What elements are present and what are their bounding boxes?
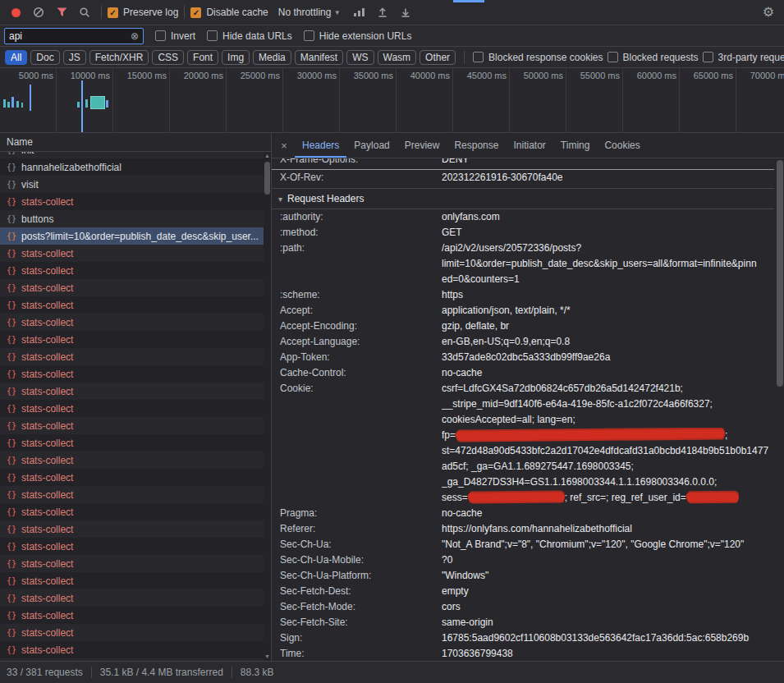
- third-party-requests-checkbox[interactable]: 3rd-party requests: [703, 52, 784, 63]
- request-name: stats-collect: [21, 524, 73, 535]
- request-row[interactable]: {}stats-collect: [0, 469, 271, 486]
- request-row[interactable]: {}posts?limit=10&order=publish_date_desc…: [0, 227, 271, 245]
- filter-button[interactable]: [51, 2, 72, 22]
- request-row[interactable]: {}stats-collect: [0, 434, 271, 452]
- request-name: stats-collect: [21, 265, 73, 277]
- type-chip-manifest[interactable]: Manifest: [295, 50, 343, 65]
- scroll-down-icon[interactable]: ▼: [264, 653, 270, 661]
- request-row[interactable]: {}buttons: [0, 210, 271, 227]
- tab-initiator[interactable]: Initiator: [506, 134, 552, 158]
- clear-filter-icon[interactable]: ⊗: [131, 31, 139, 41]
- details-scrollbar[interactable]: [776, 158, 784, 661]
- header-name: Sec-Fetch-Mode:: [280, 599, 442, 615]
- blocked-response-cookies-checkbox[interactable]: Blocked response cookies: [473, 52, 603, 63]
- request-row[interactable]: {}hannahelizabethofficial: [0, 158, 271, 176]
- request-rows: {}init{}hannahelizabethofficial{}visit{}…: [0, 152, 271, 661]
- request-row[interactable]: {}stats-collect: [0, 658, 271, 661]
- hide-data-urls-checkbox[interactable]: Hide data URLs: [207, 30, 292, 42]
- request-row[interactable]: {}stats-collect: [0, 348, 271, 365]
- type-chip-media[interactable]: Media: [253, 50, 291, 65]
- search-button[interactable]: [74, 2, 95, 22]
- header-name: :method:: [280, 225, 442, 241]
- request-row[interactable]: {}stats-collect: [0, 314, 271, 331]
- close-details-icon[interactable]: ×: [273, 140, 295, 152]
- request-row[interactable]: {}stats-collect: [0, 417, 271, 434]
- braces-icon: {}: [7, 525, 16, 534]
- request-row[interactable]: {}stats-collect: [0, 503, 271, 520]
- type-chip-doc[interactable]: Doc: [30, 50, 59, 65]
- redaction-scribble: [686, 493, 739, 502]
- request-row[interactable]: {}stats-collect: [0, 296, 271, 314]
- type-chip-all[interactable]: All: [5, 50, 27, 65]
- type-chip-wasm[interactable]: Wasm: [378, 50, 417, 65]
- scrollbar-thumb[interactable]: [264, 162, 270, 195]
- request-row[interactable]: {}stats-collect: [0, 555, 271, 572]
- separator: [101, 6, 102, 19]
- request-row[interactable]: {}stats-collect: [0, 193, 271, 210]
- request-row[interactable]: {}stats-collect: [0, 279, 271, 296]
- type-chip-ws[interactable]: WS: [346, 50, 374, 65]
- request-row[interactable]: {}stats-collect: [0, 520, 271, 538]
- type-chip-img[interactable]: Img: [222, 50, 250, 65]
- type-chip-js[interactable]: JS: [63, 50, 86, 65]
- request-row[interactable]: {}stats-collect: [0, 262, 271, 279]
- clear-button[interactable]: [28, 2, 49, 22]
- hide-extension-urls-checkbox[interactable]: Hide extension URLs: [304, 30, 412, 42]
- export-har-button[interactable]: [395, 2, 416, 22]
- tab-payload[interactable]: Payload: [346, 134, 397, 158]
- record-button[interactable]: [5, 2, 26, 22]
- record-icon: [11, 8, 21, 17]
- request-row[interactable]: {}stats-collect: [0, 383, 271, 400]
- tab-timing[interactable]: Timing: [553, 134, 598, 158]
- throttling-select[interactable]: No throttling ▾: [278, 7, 339, 18]
- settings-button[interactable]: ⚙: [758, 2, 779, 22]
- filter-input[interactable]: api ⊗: [4, 28, 144, 44]
- network-conditions-button[interactable]: [349, 2, 370, 22]
- request-row[interactable]: {}stats-collect: [0, 607, 271, 624]
- request-row[interactable]: {}stats-collect: [0, 365, 271, 383]
- request-row[interactable]: {}stats-collect: [0, 331, 271, 348]
- type-filter-bar: AllDocJSFetch/XHRCSSFontImgMediaManifest…: [0, 47, 784, 68]
- request-row[interactable]: {}stats-collect: [0, 538, 271, 555]
- gear-icon: ⚙: [763, 6, 774, 19]
- name-column-header[interactable]: Name: [0, 133, 271, 152]
- timeline-overview[interactable]: 5000 ms10000 ms15000 ms20000 ms25000 ms3…: [0, 68, 784, 133]
- request-row[interactable]: {}visit: [0, 176, 271, 193]
- request-row[interactable]: {}stats-collect: [0, 572, 271, 589]
- type-chip-other[interactable]: Other: [420, 50, 456, 65]
- requests-scrollbar[interactable]: ▲ ▼: [264, 152, 271, 661]
- waterfall-bar: [77, 102, 80, 108]
- blocked-requests-checkbox[interactable]: Blocked requests: [607, 52, 699, 63]
- request-name: stats-collect: [21, 420, 73, 432]
- request-name: stats-collect: [21, 610, 73, 621]
- type-chip-css[interactable]: CSS: [152, 50, 184, 65]
- request-row[interactable]: {}init: [0, 152, 271, 158]
- braces-icon: {}: [7, 576, 16, 585]
- request-row[interactable]: {}stats-collect: [0, 245, 271, 262]
- tab-headers[interactable]: Headers: [295, 134, 346, 158]
- header-name: Sec-Fetch-Site:: [280, 615, 442, 630]
- type-chip-fetch-xhr[interactable]: Fetch/XHR: [89, 50, 149, 65]
- scrollbar-thumb[interactable]: [777, 160, 783, 387]
- tab-preview[interactable]: Preview: [397, 134, 447, 158]
- request-row[interactable]: {}stats-collect: [0, 624, 271, 641]
- request-row[interactable]: {}stats-collect: [0, 400, 271, 417]
- tab-response[interactable]: Response: [447, 134, 506, 158]
- request-row[interactable]: {}stats-collect: [0, 486, 271, 503]
- invert-checkbox[interactable]: Invert: [155, 30, 195, 42]
- braces-icon: {}: [7, 180, 16, 189]
- scrollbar-track[interactable]: [264, 160, 271, 653]
- request-row[interactable]: {}stats-collect: [0, 589, 271, 607]
- disable-cache-checkbox[interactable]: ✓ Disable cache: [190, 7, 268, 18]
- braces-icon: {}: [7, 214, 16, 223]
- preserve-log-checkbox[interactable]: ✓ Preserve log: [108, 7, 178, 18]
- import-har-button[interactable]: [372, 2, 393, 22]
- request-row[interactable]: {}stats-collect: [0, 641, 271, 658]
- tab-cookies[interactable]: Cookies: [597, 134, 647, 158]
- scroll-up-icon[interactable]: ▲: [264, 152, 270, 160]
- request-row[interactable]: {}stats-collect: [0, 452, 271, 469]
- section-header[interactable]: ▾Request Headers: [272, 188, 774, 209]
- header-row: Accept-Language:en-GB,en-US;q=0.9,en;q=0…: [272, 334, 774, 350]
- type-chip-font[interactable]: Font: [187, 50, 218, 65]
- braces-icon: {}: [7, 542, 16, 551]
